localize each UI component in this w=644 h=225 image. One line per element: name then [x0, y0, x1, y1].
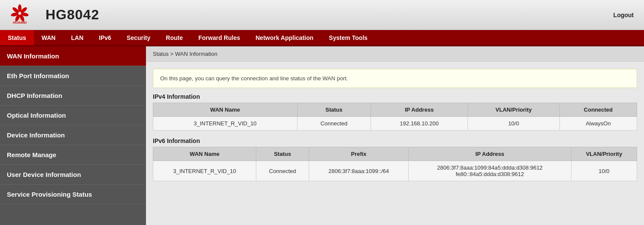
- table-cell: 10/0: [571, 161, 637, 181]
- ipv4-table: WAN NameStatusIP AddressVLAN/PriorityCon…: [153, 103, 637, 131]
- sidebar-item-optical-information[interactable]: Optical Information: [0, 106, 146, 125]
- nav-item-wan[interactable]: WAN: [34, 30, 64, 45]
- table-cell: 3_INTERNET_R_VID_10: [153, 117, 298, 131]
- ipv6-col-header: Status: [256, 147, 309, 161]
- ipv6-table: WAN NameStatusPrefixIP AddressVLAN/Prior…: [153, 147, 637, 181]
- sidebar-item-remote-manage[interactable]: Remote Manage: [0, 145, 146, 165]
- main-layout: WAN InformationEth Port InformationDHCP …: [0, 46, 644, 225]
- ipv6-col-header: WAN Name: [153, 147, 256, 161]
- table-cell: 192.168.10.200: [371, 117, 468, 131]
- ipv6-col-header: IP Address: [409, 147, 571, 161]
- ipv4-col-header: IP Address: [371, 103, 468, 117]
- info-box: On this page, you can query the connecti…: [153, 69, 637, 88]
- ipv6-col-header: VLAN/Priority: [571, 147, 637, 161]
- table-cell: AlwaysOn: [559, 117, 637, 131]
- sidebar: WAN InformationEth Port InformationDHCP …: [0, 46, 146, 225]
- nav-item-ipv6[interactable]: IPv6: [91, 30, 119, 45]
- sidebar-item-service-provisioning-status[interactable]: Service Provisioning Status: [0, 185, 146, 204]
- nav-item-lan[interactable]: LAN: [63, 30, 91, 45]
- table-row: 3_INTERNET_R_VID_10Connected2806:3f7:8aa…: [153, 161, 637, 181]
- svg-text:HUAWEI: HUAWEI: [13, 21, 27, 24]
- nav-item-security[interactable]: Security: [119, 30, 158, 45]
- nav-item-network-application[interactable]: Network Application: [248, 30, 321, 45]
- nav-item-system-tools[interactable]: System Tools: [321, 30, 375, 45]
- header: HUAWEI HG8042 Logout: [0, 0, 644, 30]
- nav-item-forward-rules[interactable]: Forward Rules: [191, 30, 248, 45]
- sidebar-item-dhcp-information[interactable]: DHCP Information: [0, 86, 146, 106]
- table-cell: 3_INTERNET_R_VID_10: [153, 161, 256, 181]
- table-cell: Connected: [297, 117, 371, 131]
- breadcrumb: Status > WAN Information: [146, 46, 644, 62]
- table-cell: Connected: [256, 161, 309, 181]
- navbar: StatusWANLANIPv6SecurityRouteForward Rul…: [0, 30, 644, 46]
- ipv4-col-header: VLAN/Priority: [468, 103, 559, 117]
- ipv4-col-header: Connected: [559, 103, 637, 117]
- table-row: 3_INTERNET_R_VID_10Connected192.168.10.2…: [153, 117, 637, 131]
- logout-button[interactable]: Logout: [610, 10, 637, 20]
- nav-item-route[interactable]: Route: [158, 30, 191, 45]
- nav-item-status[interactable]: Status: [0, 30, 34, 45]
- table-cell: 10/0: [468, 117, 559, 131]
- sidebar-item-eth-port-information[interactable]: Eth Port Information: [0, 66, 146, 86]
- huawei-logo: HUAWEI: [7, 4, 33, 26]
- ipv6-col-header: Prefix: [309, 147, 408, 161]
- sidebar-item-device-information[interactable]: Device Information: [0, 125, 146, 145]
- content-area: Status > WAN Information On this page, y…: [146, 46, 644, 225]
- ipv6-section-title: IPv6 Information: [153, 137, 637, 144]
- sidebar-item-wan-information[interactable]: WAN Information: [0, 46, 146, 66]
- ipv4-col-header: Status: [297, 103, 371, 117]
- ipv4-col-header: WAN Name: [153, 103, 298, 117]
- sidebar-item-user-device-information[interactable]: User Device Information: [0, 165, 146, 185]
- device-title: HG8042: [46, 7, 610, 23]
- logo-area: HUAWEI: [7, 4, 37, 26]
- ipv4-section-title: IPv4 Information: [153, 93, 637, 100]
- table-cell: 2806:3f7:8aaa:1099::/64: [309, 161, 408, 181]
- table-cell: 2806:3f7:8aaa:1099:84a5:ddda:d308:9612fe…: [409, 161, 571, 181]
